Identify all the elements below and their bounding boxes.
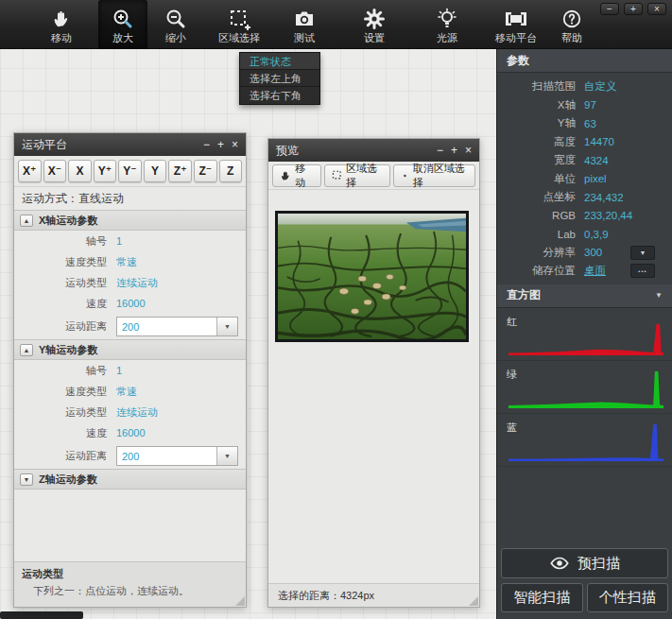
x-axis-number-value[interactable]: 1 [116, 235, 122, 247]
scan-range-value[interactable]: 自定义 [584, 79, 617, 94]
tool-zoom-out-label: 缩小 [165, 33, 186, 43]
browse-dots-button[interactable]: ••• [630, 264, 655, 278]
tool-region-select[interactable]: 区域选择 [212, 0, 267, 49]
hand-icon [280, 169, 291, 182]
tool-settings[interactable]: 设置 [350, 0, 399, 49]
menu-item-normal-state[interactable]: 正常状态 [240, 53, 319, 70]
tool-moving-platform[interactable]: 移动平台 [485, 0, 547, 49]
x-distance-combobox[interactable]: 200 ▼ [116, 317, 238, 336]
histogram-collapse-icon[interactable]: ▼ [655, 291, 663, 300]
param-row: 分辨率 300 ▼ [497, 244, 672, 263]
axis-x-button[interactable]: X [68, 160, 92, 182]
panel-maximize-icon[interactable]: + [217, 139, 224, 150]
y-axis-value[interactable]: 63 [584, 118, 596, 129]
param-row: 轴号 1 [14, 360, 246, 381]
panel-close-icon[interactable]: × [232, 139, 238, 150]
custom-scan-button[interactable]: 个性扫描 [587, 583, 669, 612]
y-axis-section-header[interactable]: ▲ Y轴运动参数 [14, 339, 246, 360]
platform-icon [502, 7, 530, 31]
tool-light-source[interactable]: 光源 [422, 0, 472, 49]
collapse-down-icon[interactable]: ▼ [20, 473, 33, 486]
histogram-green: 绿 [497, 361, 672, 414]
red-histogram-chart [508, 318, 663, 355]
panel-minimize-icon[interactable]: − [203, 139, 210, 150]
tool-region-select-label: 区域选择 [218, 33, 260, 43]
axis-z-minus-button[interactable]: Z⁻ [194, 160, 217, 182]
y-axis-number-value[interactable]: 1 [116, 365, 122, 376]
resolution-dropdown-button[interactable]: ▼ [630, 246, 655, 260]
height-value[interactable]: 14470 [584, 136, 614, 147]
axis-x-minus-button[interactable]: X⁻ [43, 160, 67, 182]
axis-z-button[interactable]: Z [219, 160, 243, 182]
width-value[interactable]: 4324 [584, 155, 609, 166]
chevron-down-icon[interactable]: ▼ [216, 318, 237, 335]
axis-y-button[interactable]: Y [144, 160, 167, 182]
motion-platform-panel: 运动平台 − + × X⁺ X⁻ X Y⁺ Y⁻ Y Z⁺ Z⁻ Z 运动方式：… [13, 132, 247, 608]
preview-empty-area [268, 342, 479, 583]
x-speed-type-value[interactable]: 常速 [116, 255, 137, 269]
preview-toolbar: 移动 区域选择 取消区域选择 [268, 162, 479, 190]
axis-x-plus-button[interactable]: X⁺ [18, 160, 42, 182]
param-row: 速度类型 常速 [14, 251, 246, 272]
y-speed-type-value[interactable]: 常速 [116, 385, 137, 399]
preview-region-select-button[interactable]: 区域选择 [324, 164, 390, 187]
cancel-region-icon [401, 171, 409, 181]
param-row: RGB233,20,44 [497, 207, 672, 226]
zoom-out-icon [164, 7, 187, 31]
preview-cancel-region-button[interactable]: 取消区域选择 [393, 164, 475, 187]
tool-test[interactable]: 测试 [280, 0, 329, 49]
motion-panel-titlebar: 运动平台 − + × [14, 133, 246, 156]
motion-panel-title: 运动平台 [22, 137, 203, 153]
histogram-blue: 蓝 [497, 414, 672, 467]
scan-buttons-row: 智能扫描 个性扫描 [501, 583, 668, 612]
y-motion-type-value[interactable]: 连续运动 [116, 405, 158, 420]
tool-move[interactable]: 移动 [37, 0, 86, 49]
axis-y-minus-button[interactable]: Y⁻ [118, 160, 142, 182]
tool-zoom-in[interactable]: 放大 [98, 0, 147, 49]
axis-z-plus-button[interactable]: Z⁺ [168, 160, 192, 182]
x-motion-type-value[interactable]: 连续运动 [116, 276, 158, 290]
collapse-up-icon[interactable]: ▲ [20, 215, 33, 227]
tool-help[interactable]: 帮助 [550, 0, 594, 49]
resize-grip[interactable] [469, 596, 478, 606]
smart-scan-button[interactable]: 智能扫描 [501, 583, 583, 612]
param-row: Y轴63 [497, 114, 672, 133]
minimize-button[interactable]: − [600, 3, 619, 15]
storage-location-value[interactable]: 桌面 [584, 264, 606, 278]
param-row: 速度类型 常速 [14, 381, 246, 402]
prescan-button[interactable]: 预扫描 [501, 548, 668, 578]
panel-close-icon[interactable]: × [465, 145, 472, 156]
tool-settings-label: 设置 [364, 33, 385, 43]
axis-jog-buttons: X⁺ X⁻ X Y⁺ Y⁻ Y Z⁺ Z⁻ Z [14, 156, 246, 187]
panel-maximize-icon[interactable]: + [451, 145, 457, 156]
y-speed-value[interactable]: 16000 [116, 427, 146, 438]
lab-value: 0,3,9 [584, 229, 609, 240]
panel-minimize-icon[interactable]: − [437, 145, 443, 156]
menu-item-select-bottom-right[interactable]: 选择右下角 [240, 87, 319, 104]
maximize-button[interactable]: + [624, 3, 643, 15]
z-axis-section-header[interactable]: ▼ Z轴运动参数 [14, 469, 246, 490]
collapse-up-icon[interactable]: ▲ [20, 344, 33, 356]
x-axis-section-header[interactable]: ▲ X轴运动参数 [14, 210, 246, 231]
x-axis-value[interactable]: 97 [584, 99, 596, 111]
panel-empty-area [14, 490, 246, 561]
unit-value[interactable]: pixel [584, 173, 607, 184]
menu-item-select-top-left[interactable]: 选择左上角 [240, 70, 319, 87]
chevron-down-icon[interactable]: ▼ [216, 447, 237, 465]
resolution-value[interactable]: 300 [584, 247, 602, 258]
param-row: 轴号 1 [14, 231, 246, 251]
param-row: 宽度4324 [497, 151, 672, 170]
tool-zoom-out[interactable]: 缩小 [151, 0, 200, 49]
footer-text: 下列之一：点位运动，连续运动。 [22, 584, 238, 598]
gear-icon [363, 7, 386, 31]
preview-image[interactable] [275, 211, 474, 342]
y-distance-combobox[interactable]: 200 ▼ [116, 446, 238, 466]
axis-y-plus-button[interactable]: Y⁺ [94, 160, 117, 182]
resize-grip[interactable] [235, 596, 245, 606]
hand-icon [51, 7, 72, 31]
x-speed-value[interactable]: 16000 [116, 298, 146, 309]
light-bulb-icon [436, 7, 458, 31]
close-button[interactable]: × [647, 3, 666, 15]
top-toolbar: 移动 放大 缩小 区域选择 测试 [0, 0, 672, 49]
preview-move-button[interactable]: 移动 [272, 164, 321, 187]
